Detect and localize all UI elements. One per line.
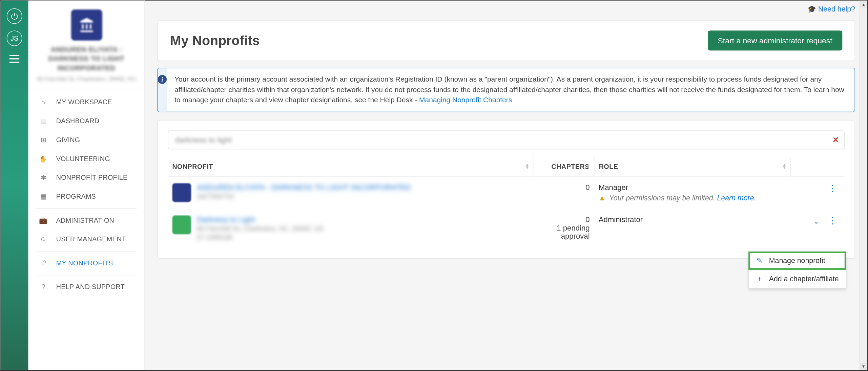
table-row: Darkness to Light 65 Fairchild St, Charl… [168,209,845,248]
nav-label: MY NONPROFITS [56,259,113,267]
gift-icon: ⊞ [38,136,48,144]
app-rail: JS [1,1,28,370]
nonprofit-logo [172,183,191,202]
nav-nonprofit-profile[interactable]: ✽NONPROFIT PROFILE [28,168,145,187]
main-content: 🎓 Need help? My Nonprofits Start a new a… [145,1,867,370]
scroll-down-icon[interactable]: ▾ [860,363,867,370]
info-alert-text: Your account is the primary account asso… [167,68,854,111]
users-icon: ☺ [38,235,48,243]
nav-my-workspace[interactable]: ⌂MY WORKSPACE [28,92,145,111]
info-alert: i Your account is the primary account as… [157,68,855,112]
row-actions-dropdown: ✎ Manage nonprofit ＋ Add a chapter/affil… [748,252,846,289]
sidebar: ANDUREN ELIYATA - DARKNESS TO LIGHT INCO… [28,1,145,370]
nonprofits-table-card: darkness to light ✕ NONPROFIT▲▼ CHAPTERS… [157,120,855,259]
page-header: My Nonprofits Start a new administrator … [157,20,855,61]
sidebar-org-header: ANDUREN ELIYATA - DARKNESS TO LIGHT INCO… [28,1,145,89]
dropdown-item-label: Manage nonprofit [769,257,825,265]
user-avatar-button[interactable]: JS [7,30,22,46]
nav-label: PROGRAMS [56,192,96,200]
dashboard-icon: ▤ [38,117,48,125]
home-icon: ⌂ [38,98,48,106]
page-title: My Nonprofits [170,33,260,48]
nav-administration[interactable]: 💼ADMINISTRATION [28,211,145,230]
nav-label: MY WORKSPACE [56,98,112,106]
row-menu-icon[interactable]: ⋮ [825,216,840,225]
plus-icon: ＋ [756,274,763,284]
table-row: ANDUREN ELIYATA - DARKNESS TO LIGHT INCO… [168,176,845,209]
add-chapter-item[interactable]: ＋ Add a chapter/affiliate [749,269,846,288]
role-label: Manager [599,183,786,192]
nav-list: ⌂MY WORKSPACE ▤DASHBOARD ⊞GIVING ✋VOLUNT… [28,89,145,300]
search-wrap: darkness to light ✕ [168,130,845,149]
nav-user-management[interactable]: ☺USER MANAGEMENT [28,230,145,248]
nav-separator [36,275,137,275]
nav-label: ADMINISTRATION [56,216,115,224]
need-help-link[interactable]: 🎓 Need help? [807,5,855,14]
chapters-count: 0 [533,176,594,209]
col-actions [790,157,845,176]
info-icon-column: i [158,68,167,111]
nonprofits-table: NONPROFIT▲▼ CHAPTERS▲▼ ROLE▲▼ ANDUREN EL… [168,157,845,248]
dropdown-item-label: Add a chapter/affiliate [769,275,839,283]
nav-label: NONPROFIT PROFILE [56,174,128,181]
nonprofit-name-link[interactable]: Darkness to Light [197,215,324,224]
col-nonprofit[interactable]: NONPROFIT▲▼ [168,157,533,176]
nav-label: GIVING [56,136,80,144]
nav-label: DASHBOARD [56,117,100,125]
nonprofit-cell: Darkness to Light 65 Fairchild St, Charl… [172,215,529,241]
sort-icon: ▲▼ [782,163,787,169]
nav-separator [36,208,137,209]
menu-toggle-icon[interactable] [9,55,20,63]
nonprofit-subtext: 65 Fairchild St, Charleston, SC, 29492, … [197,225,324,233]
nonprofit-subtext: 57-1095108 [197,234,324,241]
briefcase-icon: 💼 [38,216,48,224]
svg-rect-1 [9,55,20,56]
nav-label: USER MANAGEMENT [56,235,126,243]
sort-icon: ▲▼ [525,163,530,169]
help-bar: 🎓 Need help? [145,1,867,16]
start-admin-request-button[interactable]: Start a new administrator request [708,30,842,50]
table-header-row: NONPROFIT▲▼ CHAPTERS▲▼ ROLE▲▼ [168,157,845,176]
pencil-icon: ✎ [756,257,763,265]
nav-my-nonprofits[interactable]: ♡MY NONPROFITS [28,254,145,272]
nonprofit-name-link[interactable]: ANDUREN ELIYATA - DARKNESS TO LIGHT INCO… [197,183,411,192]
col-role[interactable]: ROLE▲▼ [594,157,790,176]
search-value: darkness to light [175,135,232,144]
help-icon: ? [38,283,48,291]
org-name: ANDUREN ELIYATA - DARKNESS TO LIGHT INCO… [35,45,138,73]
nav-volunteering[interactable]: ✋VOLUNTEERING [28,149,145,168]
col-label: NONPROFIT [172,162,213,170]
role-label: Administrator [599,215,786,224]
grad-cap-icon: 🎓 [807,5,816,14]
hand-icon: ✋ [38,155,48,162]
col-label: CHAPTERS [552,162,590,170]
nav-giving[interactable]: ⊞GIVING [28,130,145,149]
learn-more-link[interactable]: Learn more. [717,194,756,202]
nav-programs[interactable]: ▦PROGRAMS [28,187,145,206]
info-icon: i [158,75,167,84]
svg-rect-3 [9,62,20,63]
warn-text: Your permissions may be limited. [609,194,715,202]
scrollbar[interactable]: ▴ ▾ [860,1,867,370]
managing-chapters-link[interactable]: Managing Nonprofit Chapters [419,95,512,104]
chevron-down-icon[interactable]: ⌄ [813,217,819,225]
nav-dashboard[interactable]: ▤DASHBOARD [28,111,145,130]
nav-label: HELP AND SUPPORT [56,283,125,291]
nonprofit-cell: ANDUREN ELIYATA - DARKNESS TO LIGHT INCO… [172,183,529,202]
heart-icon: ♡ [38,259,48,267]
chapters-count: 0 [538,215,590,224]
manage-nonprofit-item[interactable]: ✎ Manage nonprofit [749,252,846,269]
search-input[interactable]: darkness to light [168,130,845,149]
clear-search-icon[interactable]: ✕ [832,135,839,144]
warning-icon: ▲ [599,194,606,202]
scroll-up-icon[interactable]: ▴ [860,1,867,8]
permission-warning: ▲ Your permissions may be limited. Learn… [599,194,786,202]
row-menu-icon[interactable]: ⋮ [825,183,840,193]
pending-approval-text: 1 pending approval [538,223,590,240]
nav-separator [36,251,137,252]
power-button[interactable] [7,8,22,24]
col-chapters[interactable]: CHAPTERS▲▼ [533,157,594,176]
nav-label: VOLUNTEERING [56,155,110,162]
nav-help-support[interactable]: ?HELP AND SUPPORT [28,277,145,296]
nonprofit-subtext: 1827592710 [197,192,411,200]
